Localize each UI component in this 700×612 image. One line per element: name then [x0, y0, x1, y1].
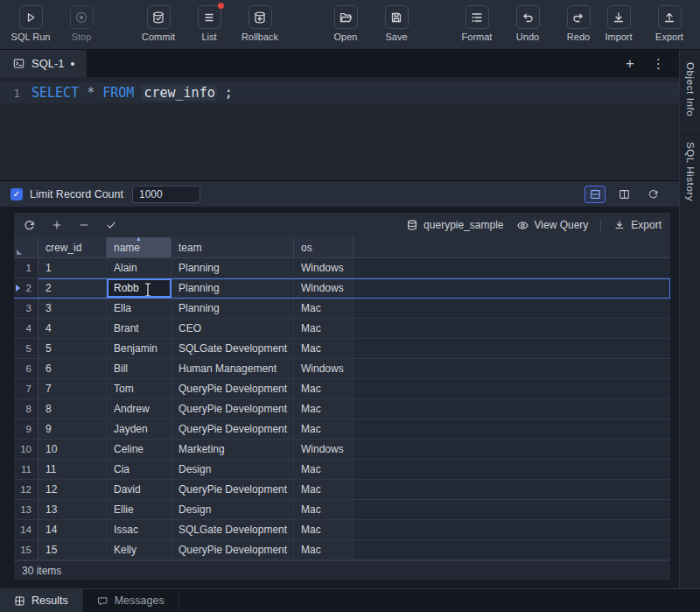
cell-team[interactable]: Planning — [172, 299, 294, 318]
row-number[interactable]: 14 — [14, 520, 38, 539]
cell-os[interactable]: Mac — [294, 480, 354, 499]
cell-team[interactable]: QueryPie Development — [172, 379, 294, 398]
commit-button[interactable]: Commit — [138, 5, 178, 42]
cell-os[interactable]: Mac — [294, 339, 354, 358]
cell-name[interactable]: Benjamin — [107, 339, 172, 358]
stop-button[interactable]: Stop — [61, 5, 102, 42]
column-header-team[interactable]: team — [172, 237, 294, 257]
cell-name[interactable]: Alain — [107, 258, 172, 278]
row-number[interactable]: 8 — [14, 399, 38, 419]
apply-changes-icon[interactable] — [105, 219, 117, 231]
table-row[interactable]: 11AlainPlanningWindows — [14, 258, 670, 278]
cell-os[interactable]: Mac — [294, 419, 354, 439]
column-header-os[interactable]: os — [294, 237, 354, 257]
cell-name[interactable]: Ellie — [107, 500, 172, 519]
table-row[interactable]: 33EllaPlanningMac — [14, 299, 670, 319]
export-results-button[interactable]: Export — [613, 219, 662, 231]
delete-row-icon[interactable] — [78, 219, 90, 231]
tab-sql-1[interactable]: SQL-1 • — [0, 50, 87, 77]
cell-crew_id[interactable]: 15 — [38, 540, 107, 559]
cell-os[interactable]: Mac — [294, 540, 354, 559]
cell-name[interactable]: Kelly — [107, 540, 172, 559]
row-number[interactable]: 15 — [14, 540, 38, 559]
row-number[interactable]: 12 — [14, 480, 38, 499]
cell-team[interactable]: CEO — [172, 319, 294, 338]
cell-os[interactable]: Mac — [294, 399, 354, 419]
row-number[interactable]: 7 — [14, 379, 38, 398]
cell-os[interactable]: Windows — [294, 278, 354, 298]
cell-crew_id[interactable]: 6 — [38, 359, 107, 378]
cell-team[interactable]: Human Management — [172, 359, 294, 378]
cell-os[interactable]: Windows — [294, 440, 354, 459]
cell-team[interactable]: QueryPie Development — [172, 419, 294, 439]
table-row[interactable]: 1313EllieDesignMac — [14, 500, 670, 520]
cell-name[interactable]: Brant — [107, 319, 172, 338]
row-number[interactable]: 13 — [14, 500, 38, 519]
list-button[interactable]: List — [189, 5, 229, 42]
refresh-results-icon[interactable] — [23, 219, 36, 232]
cell-crew_id[interactable]: 14 — [38, 520, 107, 539]
more-options-icon[interactable]: ⋮ — [652, 57, 665, 70]
cell-os[interactable]: Mac — [294, 520, 354, 539]
cell-os[interactable]: Mac — [294, 379, 354, 398]
sql-run-button[interactable]: SQL Run — [10, 5, 51, 42]
cell-team[interactable]: QueryPie Development — [172, 399, 294, 419]
table-row[interactable]: 77TomQueryPie DevelopmentMac — [14, 379, 670, 399]
cell-crew_id[interactable]: 8 — [38, 399, 107, 419]
import-button[interactable]: Import — [598, 5, 639, 42]
table-row[interactable]: 44BrantCEOMac — [14, 319, 670, 339]
cell-team[interactable]: SQLGate Development — [172, 520, 294, 539]
cell-crew_id[interactable]: 11 — [38, 460, 107, 479]
cell-os[interactable]: Mac — [294, 460, 354, 479]
add-row-icon[interactable] — [51, 219, 63, 231]
tab-messages[interactable]: Messages — [83, 589, 179, 612]
table-row[interactable]: 1010CelineMarketingWindows — [14, 440, 670, 460]
redo-button[interactable]: Redo — [558, 5, 598, 42]
row-number[interactable]: 6 — [14, 359, 38, 378]
cell-team[interactable]: SQLGate Development — [172, 339, 294, 358]
limit-count-input[interactable] — [132, 186, 200, 203]
cell-crew_id[interactable]: 10 — [38, 440, 107, 459]
column-header-crew_id[interactable]: crew_id — [38, 237, 107, 257]
cell-crew_id[interactable]: 7 — [38, 379, 107, 398]
cell-name[interactable]: Issac — [107, 520, 172, 539]
cell-os[interactable]: Windows — [294, 258, 354, 278]
cell-crew_id[interactable]: 1 — [38, 258, 107, 278]
table-row[interactable]: 1414IssacSQLGate DevelopmentMac — [14, 520, 670, 540]
row-number[interactable]: 11 — [14, 460, 38, 479]
cell-team[interactable]: Planning — [172, 258, 294, 278]
export-button[interactable]: Export — [649, 5, 690, 42]
cell-name[interactable]: David — [107, 480, 172, 499]
cell-team[interactable]: Planning — [172, 278, 294, 298]
format-button[interactable]: Format — [457, 5, 497, 42]
cell-editor-input[interactable] — [108, 280, 170, 296]
tab-sql-history[interactable]: SQL History — [680, 130, 700, 215]
cell-os[interactable]: Mac — [294, 500, 354, 519]
table-row[interactable]: 1212DavidQueryPie DevelopmentMac — [14, 480, 670, 500]
view-query-button[interactable]: View Query — [516, 219, 589, 232]
refresh-panel-button[interactable] — [642, 186, 663, 203]
table-row[interactable]: 55BenjaminSQLGate DevelopmentMac — [14, 339, 670, 359]
table-row[interactable]: 1515KellyQueryPie DevelopmentMac — [14, 540, 670, 560]
cell-os[interactable]: Mac — [294, 319, 354, 338]
row-number[interactable]: 4 — [14, 319, 38, 338]
split-horizontal-button[interactable] — [584, 186, 606, 203]
cell-team[interactable]: Marketing — [172, 440, 294, 459]
row-number[interactable]: 3 — [14, 299, 38, 318]
cell-name[interactable]: Jayden — [107, 419, 172, 439]
cell-name[interactable]: Celine — [107, 440, 172, 459]
cell-team[interactable]: QueryPie Development — [172, 540, 294, 559]
cell-crew_id[interactable]: 2 — [38, 278, 107, 298]
column-header-name[interactable]: ▲ name — [107, 237, 172, 257]
cell-crew_id[interactable]: 9 — [38, 419, 107, 439]
cell-name[interactable]: Bill — [107, 359, 172, 378]
cell-os[interactable]: Windows — [294, 359, 354, 378]
row-number[interactable]: 9 — [14, 419, 38, 439]
table-row[interactable]: 1111CiaDesignMac — [14, 460, 670, 480]
cell-crew_id[interactable]: 3 — [38, 299, 107, 318]
row-number[interactable]: 5 — [14, 339, 38, 358]
cell-crew_id[interactable]: 4 — [38, 319, 107, 338]
limit-checkbox[interactable]: ✓ — [10, 188, 23, 200]
cell-name[interactable]: Ella — [107, 299, 172, 318]
rollback-button[interactable]: Rollback — [240, 5, 280, 42]
